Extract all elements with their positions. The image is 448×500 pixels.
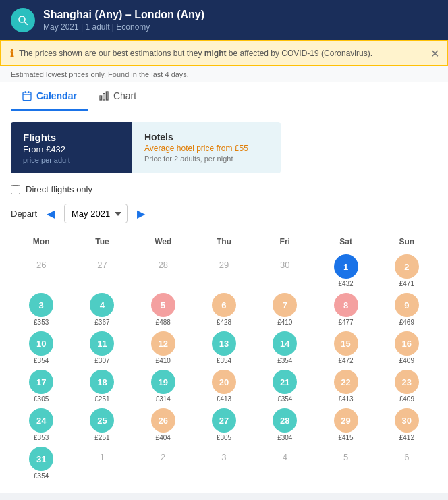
calendar-cell[interactable]: 4£367 [72,290,132,329]
calendar-cell: 5 [315,444,376,482]
calendar-cell[interactable]: 5£488 [133,290,194,329]
calendar-cell: 1 [72,444,132,482]
calendar-cell[interactable]: 15£472 [315,329,376,367]
flights-card: Flights From £432 price per adult [11,122,132,173]
calendar-cell[interactable]: 14£354 [254,329,315,367]
calendar-cell[interactable]: 3£353 [11,290,72,329]
calendar-header-sat: Sat [315,234,376,252]
hotels-sub: Price for 2 adults, per night [144,155,269,163]
calendar-cell[interactable]: 10£354 [11,329,72,367]
covid-banner: ℹ The prices shown are our best estimati… [0,40,448,66]
calendar-cell[interactable]: 18£251 [72,367,132,406]
calendar-header-sun: Sun [376,234,437,252]
route-details: May 2021 | 1 adult | Economy [43,22,204,32]
calendar-cell: 6 [376,444,437,482]
calendar-cell[interactable]: 24£353 [11,406,72,444]
covid-text: The prices shown are our best estimation… [19,49,372,58]
calendar-cell[interactable]: 26£404 [133,406,194,444]
calendar-cell[interactable]: 2£471 [376,252,437,290]
calendar-cell[interactable]: 8£477 [315,290,376,329]
next-month-button[interactable]: ▶ [133,206,149,221]
calendar-cell[interactable]: 27£305 [194,406,254,444]
hotels-price: Average hotel price from £55 [144,144,269,153]
svg-rect-7 [103,94,105,100]
direct-flights-checkbox[interactable] [11,185,20,194]
svg-rect-8 [106,92,108,100]
tab-chart[interactable]: Chart [88,82,147,111]
estimated-note: Estimated lowest prices only. Found in t… [0,66,448,82]
calendar-cell[interactable]: 1£432 [315,252,376,290]
calendar-cell: 26 [11,252,72,290]
svg-rect-6 [100,96,102,100]
main-content: Flights From £432 price per adult Hotels… [0,111,448,493]
calendar-grid: MonTueWedThuFriSatSun 26272829301£4322£4… [11,234,437,482]
calendar-cell[interactable]: 12£410 [133,329,194,367]
flights-price: From £432 [23,144,120,155]
flights-sub: price per adult [23,156,120,164]
calendar-cell[interactable]: 23£409 [376,367,437,406]
month-select[interactable]: May 2021 [64,204,128,223]
calendar-cell[interactable]: 25£251 [72,406,132,444]
calendar-cell: 2 [133,444,194,482]
flights-label: Flights [23,132,120,143]
calendar-cell: 30 [254,252,315,290]
calendar-cell[interactable]: 7£410 [254,290,315,329]
route-title: Shanghai (Any) – London (Any) [43,9,204,21]
calendar-header-mon: Mon [11,234,72,252]
header: Shanghai (Any) – London (Any) May 2021 |… [0,0,448,40]
calendar-cell[interactable]: 20£413 [194,367,254,406]
prev-month-button[interactable]: ◀ [43,206,59,221]
hotels-label: Hotels [144,132,269,142]
close-banner-button[interactable]: ✕ [430,47,439,60]
calendar-cell[interactable]: 30£412 [376,406,437,444]
svg-rect-2 [23,92,31,101]
calendar-icon [22,90,32,101]
calendar-header-fri: Fri [254,234,315,252]
direct-flights-label[interactable]: Direct flights only [26,184,92,194]
calendar-cell[interactable]: 21£354 [254,367,315,406]
chart-icon [99,90,109,101]
calendar-cell[interactable]: 28£304 [254,406,315,444]
calendar-header-tue: Tue [72,234,132,252]
calendar-cell: 29 [194,252,254,290]
calendar-cell[interactable]: 22£413 [315,367,376,406]
svg-line-1 [24,22,28,25]
calendar-cell[interactable]: 13£354 [194,329,254,367]
calendar-cell[interactable]: 16£409 [376,329,437,367]
calendar-cell[interactable]: 11£307 [72,329,132,367]
calendar-cell[interactable]: 17£305 [11,367,72,406]
price-cards: Flights From £432 price per adult Hotels… [11,122,437,173]
direct-flights-row: Direct flights only [11,184,437,194]
calendar-cell[interactable]: 29£415 [315,406,376,444]
calendar-cell[interactable]: 31£354 [11,444,72,482]
calendar-cell[interactable]: 6£428 [194,290,254,329]
calendar-cell: 4 [254,444,315,482]
depart-label: Depart [11,209,37,219]
svg-point-0 [19,16,25,22]
calendar-cell[interactable]: 9£469 [376,290,437,329]
calendar-header-wed: Wed [133,234,194,252]
calendar-cell: 3 [194,444,254,482]
depart-row: Depart ◀ May 2021 ▶ [11,204,437,223]
calendar-cell[interactable]: 19£314 [133,367,194,406]
hotels-card: Hotels Average hotel price from £55 Pric… [132,122,281,173]
calendar-header-thu: Thu [194,234,254,252]
calendar-cell: 28 [133,252,194,290]
search-icon [11,8,35,32]
info-icon: ℹ [10,48,13,59]
tabs-bar: Calendar Chart [0,82,448,111]
tab-calendar[interactable]: Calendar [11,82,88,111]
calendar-cell: 27 [72,252,132,290]
